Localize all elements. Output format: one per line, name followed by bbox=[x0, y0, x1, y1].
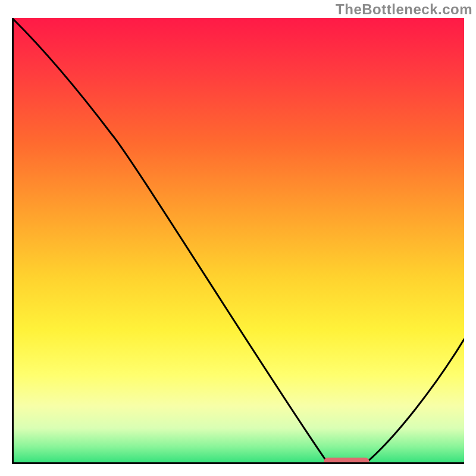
curve-layer bbox=[12, 18, 464, 464]
bottleneck-curve bbox=[12, 18, 464, 464]
chart-stage: TheBottleneck.com bbox=[0, 0, 476, 476]
plot-area bbox=[12, 18, 464, 464]
x-axis bbox=[12, 462, 464, 464]
y-axis bbox=[12, 18, 14, 464]
watermark-text: TheBottleneck.com bbox=[336, 1, 472, 18]
